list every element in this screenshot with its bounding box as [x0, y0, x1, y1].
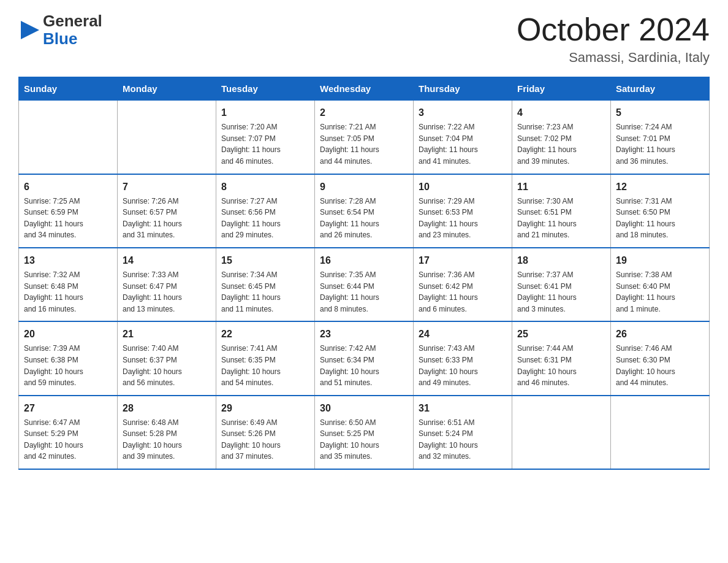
calendar-cell: 18Sunrise: 7:37 AM Sunset: 6:41 PM Dayli… [512, 248, 611, 321]
calendar-cell: 8Sunrise: 7:27 AM Sunset: 6:56 PM Daylig… [216, 174, 315, 248]
day-info: Sunrise: 6:50 AM Sunset: 5:25 PM Dayligh… [320, 417, 408, 462]
calendar-cell: 20Sunrise: 7:39 AM Sunset: 6:38 PM Dayli… [19, 321, 118, 395]
day-number: 10 [419, 180, 507, 194]
calendar-week-row: 1Sunrise: 7:20 AM Sunset: 7:07 PM Daylig… [19, 101, 710, 174]
calendar-cell: 25Sunrise: 7:44 AM Sunset: 6:31 PM Dayli… [512, 321, 611, 395]
day-info: Sunrise: 7:36 AM Sunset: 6:42 PM Dayligh… [419, 269, 507, 315]
day-number: 22 [221, 327, 309, 342]
logo: General Blue [18, 12, 102, 47]
calendar-header-saturday: Saturday [611, 77, 710, 101]
calendar-cell: 27Sunrise: 6:47 AM Sunset: 5:29 PM Dayli… [19, 396, 118, 469]
day-info: Sunrise: 7:42 AM Sunset: 6:34 PM Dayligh… [320, 343, 408, 388]
calendar-cell: 14Sunrise: 7:33 AM Sunset: 6:47 PM Dayli… [118, 248, 216, 321]
day-number: 6 [24, 180, 112, 194]
day-number: 15 [221, 253, 309, 268]
calendar-header-thursday: Thursday [414, 77, 512, 101]
day-number: 23 [320, 327, 408, 342]
day-info: Sunrise: 7:28 AM Sunset: 6:54 PM Dayligh… [320, 196, 408, 241]
calendar-cell: 26Sunrise: 7:46 AM Sunset: 6:30 PM Dayli… [611, 321, 710, 395]
day-number: 5 [616, 105, 704, 120]
calendar-week-row: 20Sunrise: 7:39 AM Sunset: 6:38 PM Dayli… [19, 321, 710, 395]
day-number: 26 [616, 327, 704, 342]
day-number: 1 [221, 105, 309, 120]
calendar-cell: 30Sunrise: 6:50 AM Sunset: 5:25 PM Dayli… [315, 396, 414, 469]
svg-marker-0 [21, 21, 39, 39]
day-info: Sunrise: 7:24 AM Sunset: 7:01 PM Dayligh… [616, 121, 704, 167]
calendar-cell: 3Sunrise: 7:22 AM Sunset: 7:04 PM Daylig… [414, 101, 512, 174]
day-info: Sunrise: 6:51 AM Sunset: 5:24 PM Dayligh… [419, 417, 507, 462]
calendar-header-row: SundayMondayTuesdayWednesdayThursdayFrid… [19, 77, 710, 101]
day-number: 13 [24, 253, 112, 268]
calendar-title: October 2024 [517, 12, 710, 47]
day-number: 4 [517, 105, 605, 120]
day-number: 17 [419, 253, 507, 268]
calendar-cell: 6Sunrise: 7:25 AM Sunset: 6:59 PM Daylig… [19, 174, 118, 248]
calendar-header-wednesday: Wednesday [315, 77, 414, 101]
calendar-cell [19, 101, 118, 174]
calendar-header-sunday: Sunday [19, 77, 118, 101]
day-number: 18 [517, 253, 605, 268]
calendar-cell: 1Sunrise: 7:20 AM Sunset: 7:07 PM Daylig… [216, 101, 315, 174]
day-number: 31 [419, 401, 507, 416]
calendar-cell [118, 101, 216, 174]
day-info: Sunrise: 7:27 AM Sunset: 6:56 PM Dayligh… [221, 196, 309, 241]
day-info: Sunrise: 7:32 AM Sunset: 6:48 PM Dayligh… [24, 269, 112, 315]
day-number: 2 [320, 105, 408, 120]
day-number: 7 [123, 180, 211, 194]
day-number: 21 [123, 327, 211, 342]
day-info: Sunrise: 7:22 AM Sunset: 7:04 PM Dayligh… [419, 121, 507, 167]
day-info: Sunrise: 6:47 AM Sunset: 5:29 PM Dayligh… [24, 417, 112, 462]
day-info: Sunrise: 7:37 AM Sunset: 6:41 PM Dayligh… [517, 269, 605, 315]
day-info: Sunrise: 7:29 AM Sunset: 6:53 PM Dayligh… [419, 196, 507, 241]
day-info: Sunrise: 7:31 AM Sunset: 6:50 PM Dayligh… [616, 196, 704, 241]
day-info: Sunrise: 7:40 AM Sunset: 6:37 PM Dayligh… [123, 343, 211, 388]
calendar-week-row: 27Sunrise: 6:47 AM Sunset: 5:29 PM Dayli… [19, 396, 710, 469]
day-info: Sunrise: 7:25 AM Sunset: 6:59 PM Dayligh… [24, 196, 112, 241]
day-number: 3 [419, 105, 507, 120]
calendar-cell: 13Sunrise: 7:32 AM Sunset: 6:48 PM Dayli… [19, 248, 118, 321]
calendar-header-friday: Friday [512, 77, 611, 101]
day-number: 9 [320, 180, 408, 194]
day-info: Sunrise: 6:49 AM Sunset: 5:26 PM Dayligh… [221, 417, 309, 462]
calendar-cell: 23Sunrise: 7:42 AM Sunset: 6:34 PM Dayli… [315, 321, 414, 395]
logo-blue-text: Blue [43, 30, 102, 48]
day-info: Sunrise: 7:21 AM Sunset: 7:05 PM Dayligh… [320, 121, 408, 167]
day-info: Sunrise: 7:23 AM Sunset: 7:02 PM Dayligh… [517, 121, 605, 167]
day-info: Sunrise: 7:39 AM Sunset: 6:38 PM Dayligh… [24, 343, 112, 388]
calendar-cell: 16Sunrise: 7:35 AM Sunset: 6:44 PM Dayli… [315, 248, 414, 321]
day-info: Sunrise: 6:48 AM Sunset: 5:28 PM Dayligh… [123, 417, 211, 462]
day-info: Sunrise: 7:43 AM Sunset: 6:33 PM Dayligh… [419, 343, 507, 388]
day-info: Sunrise: 7:41 AM Sunset: 6:35 PM Dayligh… [221, 343, 309, 388]
day-number: 14 [123, 253, 211, 268]
calendar-header-monday: Monday [118, 77, 216, 101]
day-info: Sunrise: 7:26 AM Sunset: 6:57 PM Dayligh… [123, 196, 211, 241]
day-info: Sunrise: 7:20 AM Sunset: 7:07 PM Dayligh… [221, 121, 309, 167]
day-info: Sunrise: 7:33 AM Sunset: 6:47 PM Dayligh… [123, 269, 211, 315]
day-number: 20 [24, 327, 112, 342]
calendar-cell: 5Sunrise: 7:24 AM Sunset: 7:01 PM Daylig… [611, 101, 710, 174]
calendar-header-tuesday: Tuesday [216, 77, 315, 101]
day-number: 19 [616, 253, 704, 268]
title-block: October 2024 Samassi, Sardinia, Italy [517, 12, 710, 66]
page-header: General Blue October 2024 Samassi, Sardi… [18, 12, 710, 66]
calendar-subtitle: Samassi, Sardinia, Italy [517, 50, 710, 66]
logo-general-text: General [43, 12, 102, 30]
day-info: Sunrise: 7:38 AM Sunset: 6:40 PM Dayligh… [616, 269, 704, 315]
day-info: Sunrise: 7:34 AM Sunset: 6:45 PM Dayligh… [221, 269, 309, 315]
calendar-cell: 24Sunrise: 7:43 AM Sunset: 6:33 PM Dayli… [414, 321, 512, 395]
calendar-cell [611, 396, 710, 469]
calendar-cell: 21Sunrise: 7:40 AM Sunset: 6:37 PM Dayli… [118, 321, 216, 395]
calendar-cell: 12Sunrise: 7:31 AM Sunset: 6:50 PM Dayli… [611, 174, 710, 248]
day-number: 8 [221, 180, 309, 194]
calendar-cell: 2Sunrise: 7:21 AM Sunset: 7:05 PM Daylig… [315, 101, 414, 174]
day-number: 29 [221, 401, 309, 416]
calendar-cell: 11Sunrise: 7:30 AM Sunset: 6:51 PM Dayli… [512, 174, 611, 248]
calendar-cell: 28Sunrise: 6:48 AM Sunset: 5:28 PM Dayli… [118, 396, 216, 469]
calendar-cell: 17Sunrise: 7:36 AM Sunset: 6:42 PM Dayli… [414, 248, 512, 321]
calendar-cell: 29Sunrise: 6:49 AM Sunset: 5:26 PM Dayli… [216, 396, 315, 469]
calendar-week-row: 6Sunrise: 7:25 AM Sunset: 6:59 PM Daylig… [19, 174, 710, 248]
day-number: 25 [517, 327, 605, 342]
logo-icon [18, 18, 42, 42]
calendar-cell: 15Sunrise: 7:34 AM Sunset: 6:45 PM Dayli… [216, 248, 315, 321]
calendar-cell [512, 396, 611, 469]
